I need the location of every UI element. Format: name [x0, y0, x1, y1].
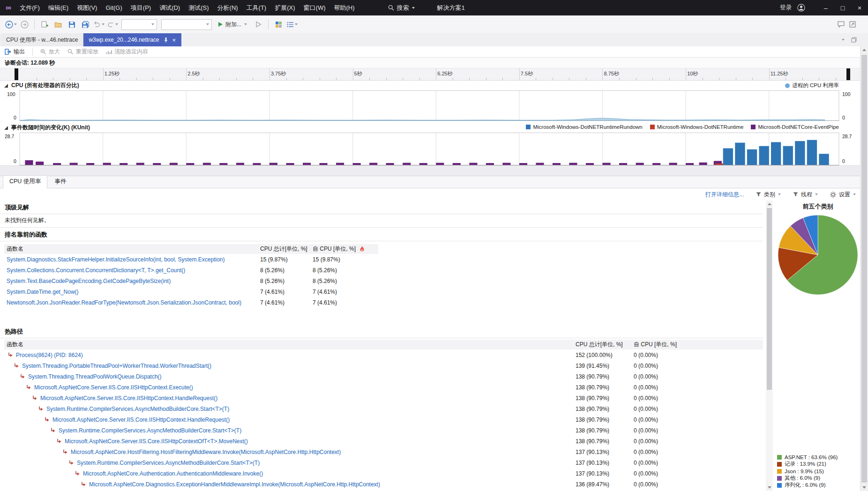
scroll-down-icon[interactable] [768, 486, 771, 489]
platform-combobox[interactable] [161, 19, 212, 30]
function-link[interactable]: Microsoft.AspNetCore.Diagnostics.Excepti… [89, 481, 380, 488]
window-list-chevron-icon[interactable] [842, 39, 845, 41]
scroll-down-icon[interactable] [862, 486, 866, 489]
function-link[interactable]: Microsoft.AspNetCore.Server.IIS.Core.IIS… [40, 395, 217, 402]
hot-path-header[interactable]: 函数名 CPU 总计[单位, %] 自 CPU [单位, %] [4, 340, 763, 350]
sign-in-link[interactable]: 登录 [780, 4, 792, 12]
column-header-function[interactable]: 函数名 [4, 341, 576, 349]
top-functions-header[interactable]: 函数名 CPU 总计[单位, %] 自 CPU [单位, %] [4, 244, 378, 254]
minimize-button[interactable]: – [817, 0, 834, 15]
search-box[interactable]: 搜索 [383, 0, 419, 15]
function-link[interactable]: Microsoft.AspNetCore.Server.IIS.Core.IIS… [34, 384, 193, 391]
scroll-up-icon[interactable] [862, 49, 866, 51]
start-without-debugging-button[interactable] [252, 18, 264, 30]
report-scrollbar[interactable] [766, 201, 773, 491]
function-link[interactable]: System.Runtime.CompilerServices.AsyncMet… [77, 460, 260, 466]
menu-item-11[interactable]: 帮助(H) [329, 0, 359, 15]
function-link[interactable]: System.Diagnostics.StackFrameHelper.Init… [7, 256, 225, 263]
user-avatar-icon[interactable] [797, 4, 805, 12]
column-header-cpu-total[interactable]: CPU 总计[单位, %] [576, 341, 634, 349]
table-row[interactable]: System.DateTime.get_Now()7 (4.61%)7 (4.6… [4, 286, 378, 297]
menu-item-7[interactable]: 分析(N) [213, 0, 242, 15]
scrollbar-thumb[interactable] [861, 55, 867, 483]
function-link[interactable]: System.Collections.Concurrent.Concurrent… [7, 267, 185, 274]
save-button[interactable] [66, 18, 78, 30]
tree-row[interactable]: System.Threading.ThreadPoolWorkQueue.Dis… [4, 371, 763, 382]
tree-row[interactable]: Microsoft.AspNetCore.Server.IIS.Core.IIS… [4, 393, 763, 403]
tree-row[interactable]: Microsoft.AspNetCore.HostFiltering.HostF… [4, 446, 763, 457]
open-details-link[interactable]: 打开详细信息... [705, 191, 744, 199]
cpu-chart[interactable] [0, 90, 868, 121]
navigate-back-button[interactable] [5, 18, 17, 30]
column-header-function[interactable]: 函数名 [4, 245, 260, 253]
category-pie-chart[interactable] [777, 214, 859, 296]
tree-row[interactable]: Microsoft.AspNetCore.Diagnostics.Excepti… [4, 479, 763, 490]
reset-zoom-button[interactable]: 重置缩放 [67, 48, 98, 56]
column-header-self-cpu[interactable]: 自 CPU [单位, %] [634, 341, 763, 349]
pin-icon[interactable] [164, 37, 168, 43]
menu-item-8[interactable]: 工具(T) [242, 0, 271, 15]
tree-row[interactable]: Microsoft.AspNetCore.Server.IIS.Core.IIS… [4, 436, 763, 446]
column-header-cpu-total[interactable]: CPU 总计[单位, %] [260, 245, 313, 253]
cpu-section-header[interactable]: CPU (所有处理器的百分比) 进程的 CPU 利用率 [0, 81, 868, 90]
function-link[interactable]: Microsoft.AspNetCore.Authentication.Auth… [83, 470, 263, 477]
collapse-icon[interactable] [4, 126, 8, 130]
menu-item-6[interactable]: 测试(S) [184, 0, 213, 15]
function-link[interactable]: Process(8624) (PID: 8624) [16, 352, 83, 358]
table-row[interactable]: System.Text.BaseCodePageEncoding.GetCode… [4, 275, 378, 286]
close-button[interactable]: × [851, 0, 868, 15]
navigate-forward-button[interactable] [18, 18, 30, 30]
open-folder-button[interactable] [52, 18, 64, 30]
document-scrollbar[interactable] [860, 46, 868, 491]
pane-tab-0[interactable]: CPU 使用率 [3, 175, 47, 188]
doc-tab-0[interactable]: CPU 使用率 - w...46.nettrace [1, 33, 83, 46]
events-chart[interactable] [0, 133, 868, 165]
selection-handle-right[interactable] [846, 68, 850, 80]
tree-row[interactable]: Microsoft.AspNetCore.Server.IIS.Core.IIS… [4, 414, 763, 425]
scroll-up-icon[interactable] [768, 203, 771, 205]
export-button[interactable]: 输出 [5, 48, 25, 56]
live-share-icon[interactable] [849, 21, 856, 28]
clear-selection-button[interactable]: 清除选定内容 [106, 48, 148, 56]
timeline-ruler[interactable]: 1.25秒2.5秒3.75秒5秒6.25秒7.5秒8.75秒10秒11.25秒 [0, 68, 868, 81]
collapse-icon[interactable] [4, 83, 8, 88]
function-link[interactable]: System.Runtime.CompilerServices.AsyncMet… [46, 406, 229, 412]
selection-handle-left[interactable] [15, 68, 18, 80]
pane-tab-1[interactable]: 事件 [48, 175, 73, 188]
function-link[interactable]: Microsoft.AspNetCore.HostFiltering.HostF… [71, 449, 341, 455]
outline-list-button[interactable] [286, 18, 298, 30]
function-link[interactable]: Microsoft.AspNetCore.Server.IIS.Core.IIS… [52, 417, 230, 423]
maximize-button[interactable]: □ [834, 0, 851, 15]
new-file-button[interactable] [38, 18, 51, 30]
menu-item-0[interactable]: 文件(F) [15, 0, 44, 15]
settings-dropdown[interactable]: 设置 [830, 191, 856, 199]
function-link[interactable]: System.Text.BaseCodePageEncoding.GetCode… [7, 278, 171, 284]
doc-tab-1[interactable]: w3wp.exe_20...246.nettrace× [83, 33, 181, 46]
tree-row[interactable]: Microsoft.AspNetCore.Server.IIS.Core.IIS… [4, 382, 763, 393]
function-link[interactable]: Newtonsoft.Json.JsonReader.ReadForType(N… [7, 299, 241, 306]
menu-item-2[interactable]: 视图(V) [73, 0, 101, 15]
redo-button[interactable] [106, 18, 119, 30]
filter-category-dropdown[interactable]: 类别 [756, 191, 781, 199]
tree-row[interactable]: Microsoft.AspNetCore.Authentication.Auth… [4, 468, 763, 479]
function-link[interactable]: System.DateTime.get_Now() [7, 289, 79, 295]
horizontal-splitter[interactable] [0, 165, 868, 176]
function-link[interactable]: System.Runtime.CompilerServices.AsyncMet… [59, 427, 241, 434]
tree-row[interactable]: System.Runtime.CompilerServices.AsyncMet… [4, 403, 763, 414]
menu-item-1[interactable]: 编辑(E) [44, 0, 73, 15]
menu-item-9[interactable]: 扩展(X) [270, 0, 299, 15]
table-row[interactable]: Newtonsoft.Json.JsonReader.ReadForType(N… [4, 297, 378, 308]
undo-button[interactable] [93, 18, 105, 30]
menu-item-3[interactable]: Git(G) [101, 0, 126, 15]
column-header-self-cpu[interactable]: 自 CPU [单位, %] [313, 245, 378, 253]
function-link[interactable]: System.Threading.PortableThreadPool+Work… [22, 363, 211, 369]
table-row[interactable]: System.Diagnostics.StackFrameHelper.Init… [4, 254, 378, 265]
close-tab-icon[interactable]: × [172, 37, 176, 43]
tree-row[interactable]: System.Threading.PortableThreadPool+Work… [4, 360, 763, 371]
configuration-combobox[interactable] [121, 19, 157, 30]
filter-thread-dropdown[interactable]: 线程 [793, 191, 818, 199]
float-window-icon[interactable] [851, 37, 857, 43]
menu-item-10[interactable]: 窗口(W) [299, 0, 330, 15]
tree-row[interactable]: System.Runtime.CompilerServices.AsyncMet… [4, 425, 763, 436]
tree-row[interactable]: Process(8624) (PID: 8624)152 (100.00%)0 … [4, 350, 763, 360]
